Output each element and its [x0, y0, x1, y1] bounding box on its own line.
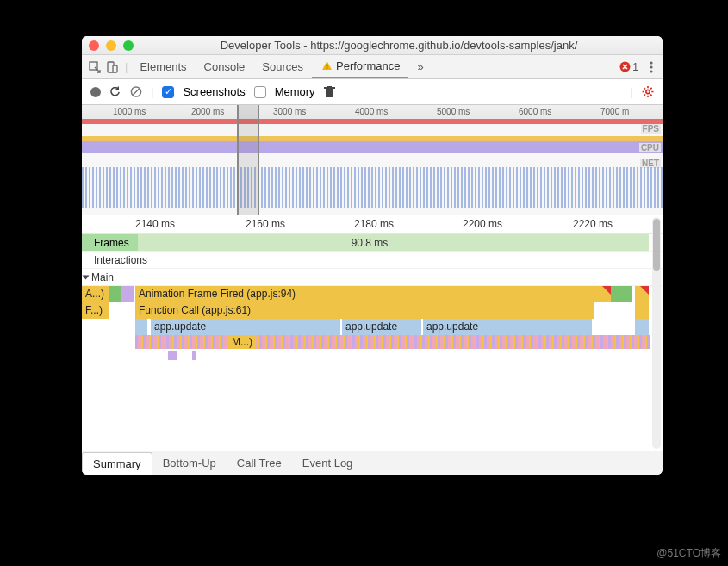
zoom-window-button[interactable] [123, 40, 134, 51]
svg-rect-2 [113, 65, 117, 72]
overview-tick: 6000 ms [519, 107, 551, 116]
memory-label: Memory [275, 85, 315, 98]
flame-event[interactable]: M...) [228, 335, 256, 349]
tab-summary[interactable]: Summary [82, 452, 152, 476]
overview-tick: 4000 ms [355, 107, 388, 116]
flame-event[interactable] [109, 286, 121, 302]
error-count[interactable]: 1 [632, 61, 638, 73]
warning-icon [320, 60, 333, 72]
detail-tick: 2200 ms [463, 218, 502, 230]
flame-stripes[interactable] [135, 335, 650, 349]
flame-event[interactable] [135, 319, 147, 335]
tab-performance[interactable]: Performance [312, 55, 408, 78]
divider: | [631, 85, 633, 98]
performance-toolbar: | ✓ Screenshots Memory | [82, 79, 663, 105]
detail-ruler[interactable]: 2140 ms 2160 ms 2180 ms 2200 ms 2220 ms [82, 215, 663, 234]
watermark: @51CTO博客 [656, 546, 721, 561]
overview-fps-label: FPS [641, 124, 661, 134]
interactions-label: Interactions [82, 254, 147, 266]
overview-net-track [82, 167, 663, 208]
flame-event-animation-frame[interactable]: Animation Frame Fired (app.js:94) [135, 286, 611, 302]
reload-icon[interactable] [109, 86, 121, 98]
screenshots-label: Screenshots [183, 85, 245, 98]
overview-selection-handle[interactable] [237, 105, 259, 215]
tab-event-log[interactable]: Event Log [292, 451, 364, 475]
frames-label: Frames [94, 237, 129, 249]
flame-event[interactable] [635, 302, 649, 319]
svg-rect-11 [326, 89, 333, 97]
settings-gear-icon[interactable] [642, 86, 654, 98]
vertical-scrollbar[interactable] [652, 217, 661, 449]
svg-line-22 [644, 94, 645, 96]
close-window-button[interactable] [89, 40, 99, 51]
svg-rect-13 [327, 86, 332, 88]
flame-event-app-update[interactable]: app.update [151, 319, 340, 335]
record-button[interactable] [90, 87, 101, 97]
overview-tick: 5000 ms [437, 107, 470, 116]
memory-checkbox[interactable] [254, 86, 266, 98]
overview-cpu-label: CPU [639, 143, 661, 152]
error-icon[interactable] [619, 61, 631, 73]
panel-tabs: | Elements Console Sources Performance »… [82, 55, 663, 79]
svg-point-14 [646, 90, 650, 93]
svg-point-7 [650, 65, 652, 68]
svg-line-20 [650, 94, 652, 96]
interactions-row[interactable]: Interactions [82, 252, 663, 269]
svg-line-19 [644, 88, 645, 90]
flame-event[interactable]: A...) [82, 286, 109, 302]
detail-pane: 2140 ms 2160 ms 2180 ms 2200 ms 2220 ms … [82, 215, 663, 451]
detail-tick: 2180 ms [354, 218, 394, 230]
svg-rect-3 [326, 65, 327, 67]
screenshots-checkbox[interactable]: ✓ [162, 86, 174, 98]
tab-bottom-up[interactable]: Bottom-Up [152, 451, 227, 475]
tab-call-tree[interactable]: Call Tree [227, 451, 292, 475]
inspect-icon[interactable] [89, 61, 101, 73]
flame-event[interactable]: F...) [82, 302, 109, 319]
window-controls [89, 40, 134, 51]
flame-event[interactable] [121, 286, 134, 302]
scrollbar-thumb[interactable] [653, 219, 660, 271]
kebab-menu-icon[interactable] [645, 61, 657, 73]
frames-row[interactable]: 90.8 ms Frames [82, 234, 663, 252]
flame-event[interactable] [192, 351, 196, 360]
tab-sources[interactable]: Sources [253, 60, 312, 73]
frames-bar[interactable]: 90.8 ms [90, 234, 649, 251]
flame-event[interactable] [635, 286, 649, 302]
flame-event[interactable] [168, 351, 177, 360]
overview-ruler[interactable]: 1000 ms 2000 ms 3000 ms 4000 ms 5000 ms … [82, 105, 663, 119]
svg-line-10 [133, 89, 140, 96]
flame-event-app-update[interactable]: app.update [342, 319, 421, 335]
device-icon[interactable] [106, 61, 118, 73]
flame-event[interactable] [635, 319, 649, 335]
flame-chart[interactable]: A...) Animation Frame Fired (app.js:94) … [82, 286, 663, 398]
titlebar[interactable]: Developer Tools - https://googlechrome.g… [82, 36, 663, 55]
overview-cpu-track [82, 136, 663, 153]
divider: | [125, 60, 128, 73]
minimize-window-button[interactable] [106, 40, 116, 51]
detail-tick: 2140 ms [135, 218, 175, 230]
flame-event-function-call[interactable]: Function Call (app.js:61) [135, 302, 594, 319]
detail-tick: 2220 ms [573, 218, 613, 230]
overview-pane[interactable]: 1000 ms 2000 ms 3000 ms 4000 ms 5000 ms … [82, 105, 663, 215]
flame-event[interactable] [611, 286, 632, 302]
details-tabs: Summary Bottom-Up Call Tree Event Log [82, 451, 663, 475]
tab-elements[interactable]: Elements [131, 60, 195, 73]
tabs-overflow-button[interactable]: » [408, 60, 432, 73]
svg-line-21 [650, 88, 652, 90]
overview-tick: 2000 ms [191, 107, 224, 116]
detail-tick: 2160 ms [246, 218, 285, 230]
overview-tick: 3000 ms [273, 107, 306, 116]
divider: | [151, 85, 153, 98]
svg-point-6 [650, 61, 652, 64]
overview-tick: 7000 m [600, 107, 629, 116]
svg-rect-4 [326, 67, 327, 68]
main-label: Main [91, 271, 114, 283]
tab-console[interactable]: Console [196, 60, 254, 73]
svg-point-8 [650, 70, 652, 72]
main-track-header[interactable]: Main [82, 269, 663, 286]
trash-icon[interactable] [324, 86, 336, 98]
collapse-triangle-icon[interactable] [83, 275, 90, 279]
clear-icon[interactable] [130, 86, 142, 98]
flame-event-app-update[interactable]: app.update [423, 319, 592, 335]
tab-performance-label: Performance [336, 59, 400, 72]
